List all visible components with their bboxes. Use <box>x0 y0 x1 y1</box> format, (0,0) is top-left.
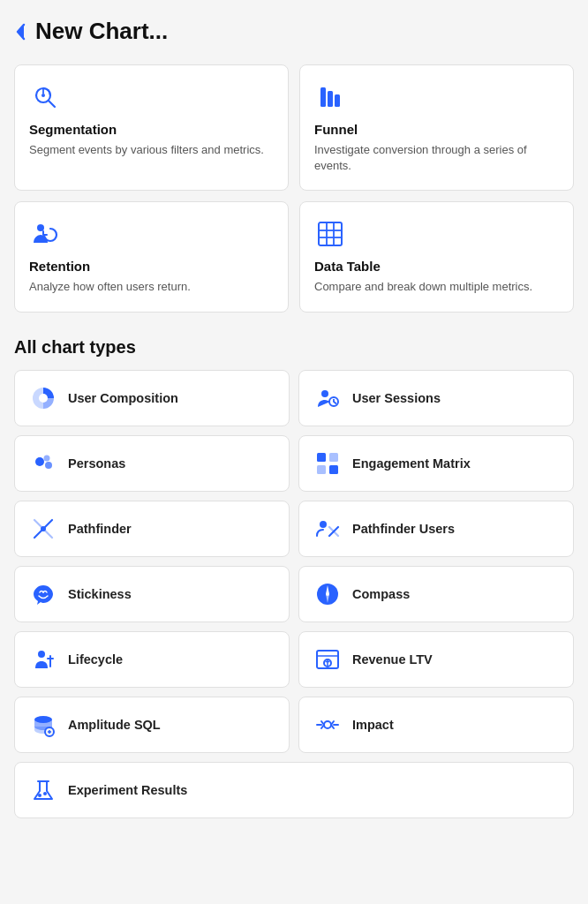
chart-card-engagement-matrix[interactable]: Engagement Matrix <box>298 435 574 492</box>
svg-rect-22 <box>317 465 326 474</box>
svg-rect-3 <box>320 87 326 107</box>
svg-point-27 <box>41 526 46 531</box>
svg-rect-21 <box>329 453 338 462</box>
amplitude-sql-label: Amplitude SQL <box>68 718 161 732</box>
amplitude-sql-icon <box>29 711 57 739</box>
chart-card-user-composition[interactable]: User Composition <box>14 370 290 426</box>
engagement-matrix-icon <box>313 449 342 478</box>
featured-card-data-table[interactable]: Data Table Compare and break down multip… <box>299 201 574 312</box>
impact-icon <box>313 711 342 739</box>
svg-point-19 <box>44 455 50 461</box>
data-table-title: Data Table <box>314 259 559 274</box>
funnel-title: Funnel <box>314 122 559 137</box>
chart-card-user-sessions[interactable]: User Sessions <box>298 370 574 426</box>
chart-card-experiment-results[interactable]: Experiment Results <box>14 762 574 818</box>
chart-types-grid: User Composition User Sessions <box>14 370 574 818</box>
compass-label: Compass <box>352 587 410 601</box>
svg-rect-20 <box>317 453 326 462</box>
compass-icon <box>313 580 342 608</box>
revenue-ltv-label: Revenue LTV <box>352 652 433 667</box>
retention-title: Retention <box>29 259 274 274</box>
svg-point-34 <box>326 592 329 596</box>
chart-card-compass[interactable]: Compass <box>298 566 574 622</box>
pathfinder-users-icon <box>313 515 342 543</box>
featured-card-segmentation[interactable]: Segmentation Segment events by various f… <box>14 64 289 191</box>
svg-line-16 <box>334 402 336 403</box>
stickiness-label: Stickiness <box>68 587 132 601</box>
user-composition-label: User Composition <box>68 391 178 405</box>
chart-card-revenue-ltv[interactable]: Revenue LTV <box>298 631 574 688</box>
segmentation-title: Segmentation <box>29 122 274 137</box>
all-charts-title: All chart types <box>14 337 574 358</box>
svg-point-18 <box>45 462 52 469</box>
retention-desc: Analyze how often users return. <box>29 279 274 295</box>
chart-card-pathfinder-users[interactable]: Pathfinder Users <box>298 501 574 557</box>
back-button[interactable] <box>14 21 28 42</box>
personas-icon <box>29 449 57 478</box>
data-table-icon <box>314 218 346 250</box>
user-sessions-icon <box>313 384 342 412</box>
pathfinder-icon <box>29 515 57 543</box>
svg-rect-23 <box>329 465 338 474</box>
lifecycle-label: Lifecycle <box>68 652 123 667</box>
pathfinder-label: Pathfinder <box>68 522 132 536</box>
revenue-ltv-icon <box>313 645 342 674</box>
experiment-results-icon <box>29 776 57 804</box>
svg-point-1 <box>41 94 45 97</box>
svg-point-6 <box>37 224 44 231</box>
user-sessions-label: User Sessions <box>352 391 441 405</box>
chart-card-amplitude-sql[interactable]: Amplitude SQL <box>14 697 290 753</box>
experiment-results-label: Experiment Results <box>68 783 187 797</box>
chart-card-impact[interactable]: Impact <box>298 697 574 753</box>
svg-point-57 <box>43 792 47 795</box>
svg-point-12 <box>39 394 48 403</box>
chart-card-stickiness[interactable]: Stickiness <box>14 566 290 622</box>
engagement-matrix-label: Engagement Matrix <box>352 456 471 471</box>
retention-icon <box>29 218 61 250</box>
stickiness-icon <box>29 580 57 608</box>
pathfinder-users-label: Pathfinder Users <box>352 522 455 536</box>
personas-label: Personas <box>68 456 125 471</box>
svg-point-56 <box>38 794 41 797</box>
svg-point-17 <box>35 457 44 466</box>
segmentation-desc: Segment events by various filters and me… <box>29 142 274 158</box>
data-table-desc: Compare and break down multiple metrics. <box>314 279 559 295</box>
featured-card-funnel[interactable]: Funnel Investigate conversion through a … <box>299 64 574 191</box>
svg-rect-7 <box>319 222 342 245</box>
impact-label: Impact <box>352 718 394 732</box>
lifecycle-icon <box>29 645 57 674</box>
funnel-desc: Investigate conversion through a series … <box>314 142 559 174</box>
chart-card-pathfinder[interactable]: Pathfinder <box>14 501 290 557</box>
user-composition-icon <box>29 384 57 412</box>
svg-point-50 <box>324 721 331 728</box>
svg-point-35 <box>38 651 45 658</box>
chart-card-personas[interactable]: Personas <box>14 435 290 492</box>
chart-card-lifecycle[interactable]: Lifecycle <box>14 631 290 688</box>
featured-card-retention[interactable]: Retention Analyze how often users return… <box>14 201 289 312</box>
featured-cards-grid: Segmentation Segment events by various f… <box>14 64 574 313</box>
header: New Chart... <box>14 18 574 45</box>
page-title: New Chart... <box>35 18 168 45</box>
svg-rect-4 <box>328 91 333 107</box>
segmentation-icon <box>29 81 61 113</box>
svg-point-28 <box>320 521 327 528</box>
svg-rect-5 <box>335 94 340 107</box>
svg-point-13 <box>321 390 328 397</box>
funnel-icon <box>314 81 346 113</box>
